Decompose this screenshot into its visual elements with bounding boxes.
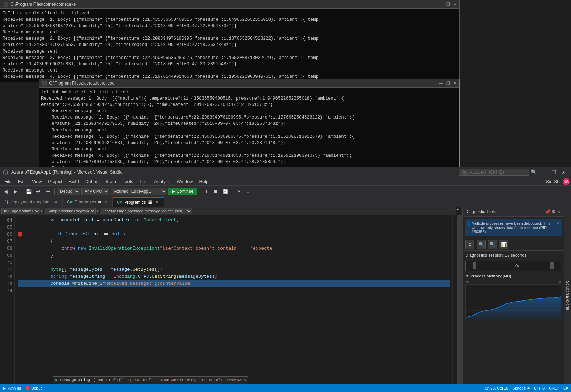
menu-analyze[interactable]: Analyze <box>151 178 173 185</box>
toolbar-forward-btn[interactable]: ▶ <box>11 187 20 196</box>
continue-label: Continue <box>177 189 193 194</box>
notif-close-btn[interactable]: ✕ <box>557 221 560 225</box>
terminal-line: Received message sent <box>41 127 457 134</box>
debug-config-dropdown[interactable]: Debug <box>57 188 80 195</box>
tab-label-deployment: deployment.template.json <box>10 200 58 204</box>
toolbar-redo-btn[interactable]: ↪ <box>44 187 52 196</box>
toolbar-step-out-btn[interactable]: ↑ <box>254 187 262 196</box>
editor-scroll-up[interactable]: ▲ <box>456 207 461 215</box>
tab-label-cs-2: Program.cs <box>124 200 146 205</box>
minimize-btn-1[interactable]: — <box>439 2 443 7</box>
vs-main: IoTEdgeModule1 ▸ SampleModule.Program ▸ … <box>0 207 571 384</box>
menu-project[interactable]: Project <box>45 178 65 185</box>
vs-minimize-btn[interactable]: — <box>539 168 549 176</box>
tab-close-2[interactable]: ✕ <box>154 200 159 205</box>
toolbar-pause-btn[interactable]: ⏸ <box>201 187 210 196</box>
code-line-67: { <box>18 238 450 245</box>
terminal-line: Received message: 2, Body: [{"machine":{… <box>2 35 457 42</box>
editor-scrollbar[interactable] <box>457 215 462 384</box>
diag-notification: ℹ Multiple processes have been debugged.… <box>465 219 562 236</box>
tab-icon-cs-2: C# <box>117 200 122 205</box>
diag-chart-btn[interactable]: 📊 <box>499 240 508 249</box>
terminal-window-2: ⬛ C:\Program Files\dotnet\dotnet.exe — ❐… <box>39 79 460 168</box>
tab-program-cs-1[interactable]: C# Program.cs ✕ <box>63 197 113 207</box>
project-dropdown[interactable]: AzureIoTEdgeApp1 <box>111 188 167 195</box>
close-btn-2[interactable]: ✕ <box>453 81 457 86</box>
toolbar-back-btn[interactable]: ◀ <box>1 187 10 196</box>
diag-close-btn[interactable]: ✕ <box>557 209 561 215</box>
diag-settings-btn[interactable]: ⚙ <box>465 240 474 249</box>
terminal-line: erature":21.213034479279553,"humidity":2… <box>2 42 457 48</box>
continue-btn[interactable]: ▶ Continue <box>168 188 197 195</box>
vs-toolbar: ◀ ▶ 💾 ↩ ↪ Debug Any CPU AzureIoTEdgeApp1… <box>0 186 571 197</box>
tab-modified-indicator-1 <box>98 201 101 203</box>
play-icon: ▶ <box>172 189 175 194</box>
terminal-win-controls-2: — ❐ ✕ <box>439 81 457 86</box>
menu-tools[interactable]: Tools <box>120 178 136 185</box>
visual-studio-ide: ⬡ AzureIoTEdgeApp1 (Running) - Microsoft… <box>0 167 571 392</box>
menu-debug[interactable]: Debug <box>82 178 101 185</box>
diag-search-btn[interactable]: 🔍 <box>477 240 486 249</box>
line-num-74: 74 <box>0 287 12 294</box>
menu-build[interactable]: Build <box>66 178 82 185</box>
selected-text-console: Console <box>18 280 69 287</box>
terminal-line: Received message sent <box>41 108 457 114</box>
chart-label-left: 20 <box>465 280 469 284</box>
tab-program-cs-2[interactable]: C# Program.cs 💾 ✕ <box>113 197 164 207</box>
maximize-btn-2[interactable]: ❐ <box>446 81 450 86</box>
memory-title: Process Memory (MB) <box>471 274 511 278</box>
tab-icon-deployment: { } <box>4 200 8 204</box>
menu-help[interactable]: Help <box>197 178 212 185</box>
menu-test[interactable]: Test <box>137 178 151 185</box>
class-dropdown[interactable]: IoTEdgeModule1 <box>1 208 40 214</box>
vs-restore-btn[interactable]: ❐ <box>549 168 558 176</box>
vs-close-btn[interactable]: ✕ <box>559 168 568 176</box>
code-content[interactable]: var moduleClient = userContext as Module… <box>15 215 452 384</box>
editor-breadcrumb: IoTEdgeModule1 ▸ SampleModule.Program ▸ … <box>0 207 462 215</box>
maximize-btn-1[interactable]: ❐ <box>446 2 450 7</box>
toolbar-stop-btn[interactable]: ⏹ <box>211 187 220 196</box>
menu-team[interactable]: Team <box>102 178 119 185</box>
diagnostic-tools-panel: Diagnostic Tools 📌 ⚙ ✕ ℹ Multiple proces… <box>462 207 564 384</box>
status-right: Ln 73, Col 16 Spaces: 4 UTF-8 CRLF C# <box>485 386 568 390</box>
terminal-line: Received message: 3, Body: [{"machine":{… <box>41 134 457 140</box>
menu-window[interactable]: Window <box>174 178 195 185</box>
terminal-line: erature":20.559848581934276,"humidity":2… <box>41 102 457 108</box>
diag-zoom-in-btn[interactable]: 🔍 <box>488 240 497 249</box>
timeline-label: 10s <box>513 264 519 268</box>
editor-minimap[interactable] <box>452 215 457 384</box>
terminal-line: Received message: 3, Body: [{"machine":{… <box>2 55 457 61</box>
toolbar-separator-2 <box>54 188 55 195</box>
menu-file[interactable]: File <box>1 178 14 185</box>
username: Xin Shi <box>546 179 560 184</box>
method-dropdown[interactable]: SampleModule.Program <box>45 208 96 214</box>
tab-close-1[interactable]: ✕ <box>103 200 108 204</box>
tab-deployment-json[interactable]: { } deployment.template.json <box>0 197 63 207</box>
toolbar-step-into-btn[interactable]: ↓ <box>244 187 252 196</box>
terminal-line: Received message: 1, Body: [{"machine":{… <box>2 16 457 23</box>
toolbar-restart-btn[interactable]: 🔄 <box>221 187 230 196</box>
platform-dropdown[interactable]: Any CPU <box>81 188 109 195</box>
code-line-71: byte [] messageBytes = message . GetByte… <box>18 266 450 273</box>
section-arrow-icon: ▼ <box>465 274 469 278</box>
minimize-btn-2[interactable]: — <box>439 81 443 86</box>
diag-pin-btn[interactable]: 📌 ⚙ <box>545 209 556 214</box>
memory-section-title: ▼ Process Memory (MB) <box>465 274 561 278</box>
toolbar-step-over-btn[interactable]: ↷ <box>234 187 243 196</box>
status-spaces: Spaces: 4 <box>512 386 530 390</box>
member-dropdown[interactable]: PipeMessage(Message message, object user… <box>101 208 192 214</box>
close-btn-1[interactable]: ✕ <box>453 2 457 7</box>
diag-timeline[interactable]: 10s <box>465 261 561 271</box>
vs-logo-icon: ⬡ <box>3 168 8 176</box>
quick-launch-input[interactable] <box>459 169 529 176</box>
vs-statusbar: ▶ Running 🔴 Debug Ln 73, Col 16 Spaces: … <box>0 384 571 392</box>
toolbar-save-btn[interactable]: 💾 <box>24 187 33 196</box>
toolbar-undo-btn[interactable]: ↩ <box>34 187 42 196</box>
terminal-line: Received message: 4, Body: [{"machine":{… <box>41 153 457 159</box>
line-num-71: 71 <box>0 266 12 273</box>
solution-explorer-tab[interactable]: Solution Explorer <box>564 207 571 384</box>
tooltip-value: {"machine":{"temperature":21.43583655040… <box>93 377 246 383</box>
terminal-titlebar-2: ⬛ C:\Program Files\dotnet\dotnet.exe — ❐… <box>39 79 459 88</box>
menu-view[interactable]: View <box>29 178 45 185</box>
menu-edit[interactable]: Edit <box>15 178 28 185</box>
